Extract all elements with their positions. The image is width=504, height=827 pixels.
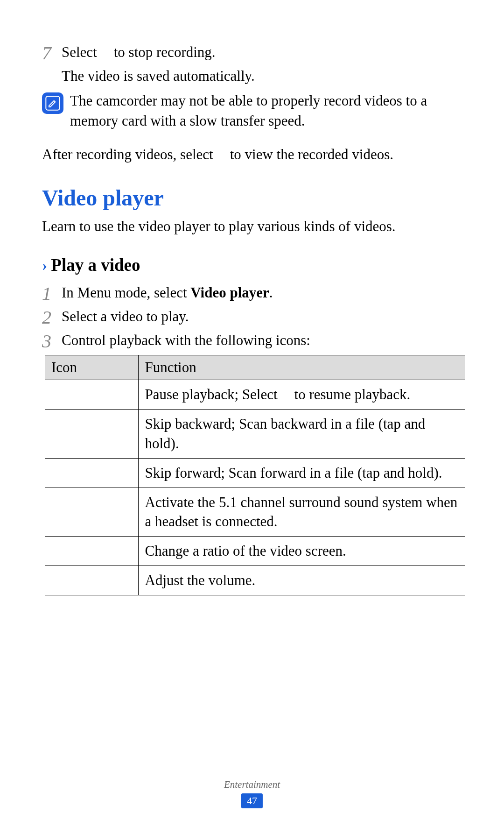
step-3-text: Control playback with the following icon… [62, 330, 310, 351]
icon-cell-ratio [45, 537, 138, 566]
table-row: Skip backward; Scan backward in a file (… [45, 410, 465, 459]
step-1-text: In Menu mode, select Video player. [62, 283, 273, 304]
step-2: 2 Select a video to play. [42, 306, 462, 327]
step-7-line2: The video is saved automatically. [42, 66, 462, 87]
after-recording-text: After recording videos, selectto view th… [42, 144, 462, 164]
function-cell: Change a ratio of the video screen. [138, 537, 465, 566]
function-cell: Skip backward; Scan backward in a file (… [138, 410, 465, 459]
header-function: Function [138, 355, 465, 380]
step-7-saved-text: The video is saved automatically. [62, 66, 255, 87]
step-1: 1 In Menu mode, select Video player. [42, 283, 462, 304]
pencil-note-icon [45, 96, 60, 111]
note-icon [42, 92, 63, 114]
note-box: The camcorder may not be able to properl… [42, 91, 462, 131]
header-icon: Icon [45, 355, 138, 380]
footer-page-number: 47 [241, 793, 263, 808]
sub-heading-text: Play a video [51, 255, 140, 275]
table-header-row: Icon Function [45, 355, 465, 380]
function-cell: Pause playback; Selectto resume playback… [138, 380, 465, 410]
step-7-line1: 7 Selectto stop recording. [42, 42, 462, 63]
section-heading-video-player: Video player [42, 185, 462, 211]
table-row: Activate the 5.1 channel surround sound … [45, 488, 465, 537]
icon-cell-skip-back [45, 410, 138, 459]
playback-icons-table: Icon Function Pause playback; Selectto r… [45, 355, 465, 595]
step-2-text: Select a video to play. [62, 306, 189, 327]
note-text: The camcorder may not be able to properl… [70, 91, 462, 131]
table-row: Change a ratio of the video screen. [45, 537, 465, 566]
icon-cell-skip-forward [45, 458, 138, 488]
icon-cell-pause [45, 380, 138, 410]
function-cell: Adjust the volume. [138, 566, 465, 595]
svg-rect-0 [46, 96, 59, 110]
section-intro: Learn to use the video player to play va… [42, 216, 462, 236]
chevron-right-icon: › [42, 256, 47, 274]
table-row: Skip forward; Scan forward in a file (ta… [45, 458, 465, 488]
function-cell: Activate the 5.1 channel surround sound … [138, 488, 465, 537]
step-3: 3 Control playback with the following ic… [42, 330, 462, 351]
footer-category: Entertainment [224, 779, 280, 791]
step-number-2: 2 [42, 306, 62, 327]
table-row: Adjust the volume. [45, 566, 465, 595]
table-row: Pause playback; Selectto resume playback… [45, 380, 465, 410]
page-footer: Entertainment 47 [224, 779, 280, 808]
sub-heading-play-video: › Play a video [42, 255, 462, 275]
step-number-7: 7 [42, 42, 62, 63]
icon-cell-surround [45, 488, 138, 537]
step-number-1: 1 [42, 283, 62, 303]
step-number-3: 3 [42, 330, 62, 351]
step-7-text: Selectto stop recording. [62, 42, 216, 63]
function-cell: Skip forward; Scan forward in a file (ta… [138, 458, 465, 488]
icon-cell-volume [45, 566, 138, 595]
